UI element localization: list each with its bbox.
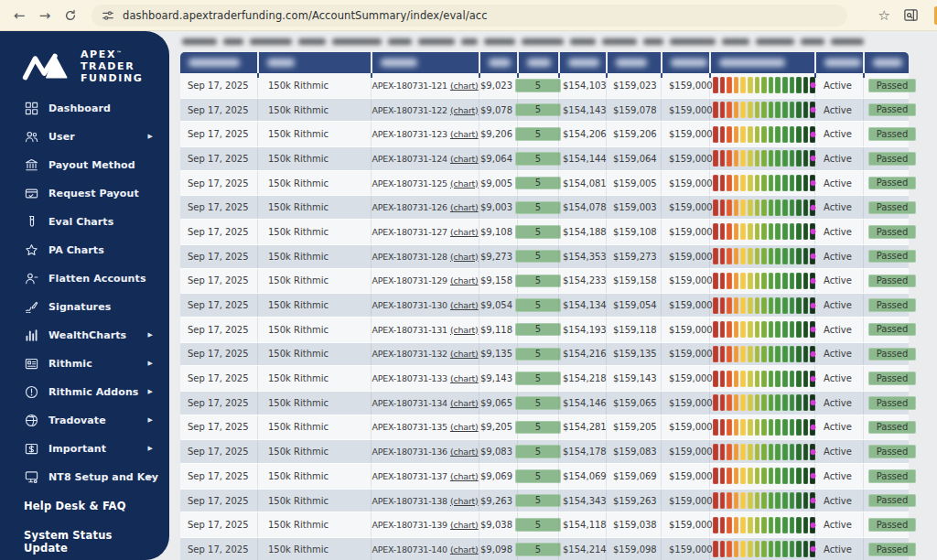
meter-segment — [775, 468, 781, 484]
cell-status: Active — [814, 196, 863, 219]
chart-link[interactable]: (chart) — [450, 349, 479, 359]
meter-segment — [782, 126, 788, 143]
chart-link[interactable]: (chart) — [450, 202, 479, 212]
sidebar-item-rithmic-addons[interactable]: Rithmic Addons▶ — [0, 378, 169, 406]
chart-link[interactable]: (chart) — [450, 105, 479, 115]
meter-marker-icon — [810, 204, 816, 210]
cell-start-date: Sep 17, 2025 — [180, 73, 257, 98]
cell-result: Passed — [863, 220, 909, 244]
meter-segment — [790, 273, 795, 289]
sidebar-item-tradovate[interactable]: Tradovate▶ — [0, 406, 169, 435]
cell-status: Active — [814, 366, 863, 391]
meter-segment — [803, 468, 809, 484]
apex-logo[interactable]: APEX™ TRADER FUNDING — [0, 31, 169, 85]
sidebar-item-nt8-setup-and-key[interactable]: NT8 Setup and Key▶ — [0, 463, 169, 491]
meter-segment — [796, 297, 802, 314]
table-header-cell[interactable] — [558, 52, 606, 73]
chart-link[interactable]: (chart) — [450, 496, 479, 506]
url-bar[interactable]: dashboard.apextraderfunding.com/AccountS… — [92, 5, 847, 27]
chart-link[interactable]: (chart) — [450, 129, 479, 139]
sidebar-link-system-status-update[interactable]: System Status Update — [0, 521, 169, 560]
sidebar-item-pa-charts[interactable]: PA Charts — [0, 236, 169, 264]
cell-target: $159,000 — [661, 220, 709, 244]
result-badge: Passed — [868, 421, 916, 435]
progress-meter — [710, 77, 815, 93]
table-header-cell[interactable] — [661, 52, 709, 73]
table-header-cell[interactable] — [479, 52, 517, 73]
chart-link[interactable]: (chart) — [450, 544, 479, 555]
chart-link[interactable]: (chart) — [450, 422, 479, 432]
table-header-cell[interactable] — [517, 52, 558, 73]
meter-segment — [727, 150, 732, 167]
table-header-cell[interactable] — [863, 52, 909, 73]
result-badge: Passed — [868, 298, 916, 312]
result-badge: Passed — [868, 494, 916, 508]
meter-segment — [713, 175, 718, 191]
sidebar-item-eval-charts[interactable]: Eval Charts — [0, 208, 169, 236]
meter-segment — [803, 175, 809, 191]
chart-link[interactable]: (chart) — [450, 471, 479, 481]
chart-link[interactable]: (chart) — [450, 447, 479, 457]
meter-segment — [769, 199, 774, 216]
table-header-cell[interactable] — [814, 52, 863, 73]
chart-link[interactable]: (chart) — [450, 398, 479, 408]
chart-link[interactable]: (chart) — [450, 300, 479, 310]
sidebar-item-payout-method[interactable]: Payout Method — [0, 151, 169, 179]
chart-link[interactable]: (chart) — [450, 520, 479, 530]
table-header-cell[interactable] — [257, 52, 371, 73]
meter-segment — [782, 175, 788, 191]
chart-link[interactable]: (chart) — [450, 154, 479, 164]
sidebar-item-wealthcharts[interactable]: WealthCharts▶ — [0, 321, 169, 350]
table-header-cell[interactable] — [180, 52, 257, 73]
sidebar-item-signatures[interactable]: Signatures — [0, 293, 169, 321]
forward-button[interactable]: → — [35, 5, 55, 26]
apex-logo-icon — [22, 50, 71, 83]
sidebar-item-user[interactable]: User▶ — [0, 123, 169, 151]
table-header-cell[interactable] — [606, 52, 661, 73]
cell-plan: 150k Rithmic — [257, 343, 371, 366]
meter-segment — [761, 77, 767, 93]
blurred-header-label — [527, 59, 551, 67]
cell-result: Passed — [863, 538, 909, 560]
chart-link[interactable]: (chart) — [450, 227, 479, 237]
chart-link[interactable]: (chart) — [450, 178, 479, 188]
cell-pnl: $9,273 — [479, 245, 517, 268]
meter-segment — [713, 346, 718, 362]
cell-days: 5 — [517, 147, 558, 170]
meter-segment — [796, 346, 802, 362]
meter-segment — [734, 248, 739, 264]
sidebar-item-rithmic[interactable]: Rithmic▶ — [0, 350, 169, 378]
sidebar-link-help-desk-faq[interactable]: Help Desk & FAQ — [0, 491, 169, 521]
meter-segment — [740, 248, 746, 264]
cell-status: Active — [814, 490, 863, 512]
meter-segment — [769, 541, 774, 557]
users-icon — [25, 130, 38, 144]
back-button[interactable]: ← — [9, 5, 29, 26]
meter-segment — [720, 102, 726, 118]
chevron-right-icon: ▶ — [148, 388, 153, 395]
table-header-cell[interactable] — [371, 52, 479, 73]
cell-balance: $154,144 — [558, 147, 606, 170]
sidebar-item-request-payout[interactable]: Request Payout — [0, 179, 169, 208]
cell-start-date: Sep 17, 2025 — [180, 220, 257, 244]
cell-high: $159,064 — [606, 147, 661, 170]
sidebar-item-label: Payout Method — [48, 159, 135, 171]
meter-segment — [713, 248, 718, 264]
card-check-icon — [25, 187, 38, 200]
chart-link[interactable]: (chart) — [450, 373, 479, 383]
side-panel-search-icon[interactable] — [903, 7, 919, 23]
site-info-icon[interactable] — [102, 9, 114, 22]
meter-segment — [803, 150, 809, 167]
reload-button[interactable] — [60, 5, 81, 26]
chart-link[interactable]: (chart) — [450, 325, 479, 335]
chart-link[interactable]: (chart) — [450, 81, 479, 91]
sidebar-item-important[interactable]: Important▶ — [0, 435, 169, 463]
result-badge: Passed — [868, 201, 916, 215]
cell-account-name: APEX-180731-127(chart) — [371, 220, 479, 244]
chart-link[interactable]: (chart) — [450, 252, 479, 262]
sidebar-item-dashboard[interactable]: Dashboard — [0, 94, 169, 123]
chart-link[interactable]: (chart) — [450, 275, 479, 285]
table-header-cell[interactable] — [709, 52, 814, 73]
bookmark-star-icon[interactable]: ☆ — [878, 7, 890, 24]
sidebar-item-flatten-accounts[interactable]: Flatten Accounts — [0, 264, 169, 293]
